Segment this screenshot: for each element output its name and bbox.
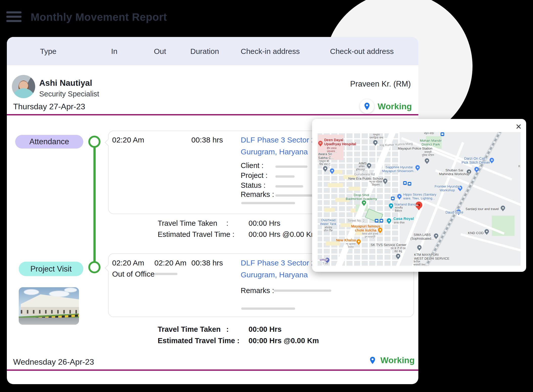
map-label: केटीएम मायापुरी वेस्ट... [414, 260, 428, 266]
map-label: Gurudwara Rd [354, 173, 375, 176]
map-label: ...ी पम्प [319, 262, 328, 265]
value-placeholder [275, 175, 295, 178]
close-icon[interactable]: ✕ [514, 121, 524, 132]
value-placeholder [274, 290, 331, 292]
travel-time-taken-label: Travel Time Taken [158, 325, 221, 334]
travel-time-colon: : [226, 219, 228, 228]
remarks-label: Remarks : [241, 286, 274, 295]
hamburger-menu-icon[interactable] [6, 11, 22, 25]
working-status-text: Working [378, 101, 412, 111]
attendance-duration: 00:38 hrs [191, 136, 223, 144]
site-photo-thumbnail[interactable] [19, 287, 79, 325]
column-header-type: Type [40, 47, 56, 56]
employee-name: Ashi Nautiyal [39, 78, 92, 88]
map-label: Deen Dayal Upadhyay Hospital [324, 138, 356, 146]
map-label: न्यू खालसा रेस्तरां [346, 243, 356, 249]
working-status-badge[interactable]: Working [360, 99, 412, 113]
map-canvas[interactable]: HP Deen Dayal Upadhyay Hospitalदीन दयाल … [318, 132, 521, 266]
map-label: KND COD [468, 231, 484, 235]
map-label: SK TVS Service Center [371, 243, 406, 247]
timeline-line [93, 142, 96, 267]
employee-avatar [12, 75, 35, 98]
attendance-address-link[interactable]: DLF Phase 3 Sector 24, [241, 136, 322, 144]
map-label: Sardarji tour and travel [465, 207, 499, 211]
map-popup: ✕ HP Deen Dayal Upadhyay Hospit [312, 119, 526, 272]
estimated-travel-time-value: 00:00 Hrs @0.00 Km [249, 230, 317, 239]
map-label: Kir [518, 164, 521, 168]
timeline-node [88, 136, 100, 148]
location-pin-icon [368, 356, 377, 365]
map-label: KTM MAYAPURI WEST DELHI SERVICE [414, 253, 449, 260]
map-label: ump [320, 258, 326, 262]
timeline-node [88, 261, 100, 273]
map-label: ओवरहेड वॉटर टैंक [324, 226, 333, 232]
reporting-manager: Praveen Kr. (RM) [350, 79, 411, 89]
estimated-travel-time-label: Estimated Travel Time : [158, 230, 234, 239]
value-placeholder [241, 202, 295, 204]
day-date: Wednesday 26-Apr-23 [13, 357, 94, 367]
day-divider [7, 114, 418, 115]
map-label: कासा रॉयल [394, 221, 404, 224]
map-label: Sapphire Hyundai Mayapuri Showroom... [382, 165, 416, 173]
attendance-address-link[interactable]: Gurugram, Haryana [241, 148, 308, 156]
page-title: Monthly Movement Report [31, 11, 167, 23]
map-label: न्यू एरा पब्लिक विद्यालय [369, 180, 382, 187]
map-label: Casa Royal [393, 217, 414, 221]
map-label: मायापुरी पुलिस स्टेशन [422, 151, 434, 157]
value-placeholder [275, 185, 303, 188]
map-label: Drop Shot Badminton Academy [346, 193, 377, 201]
status-label: Status : [241, 181, 265, 190]
map-label: एस के टी वी एस सेवा केंद्र [391, 247, 406, 253]
map-label: Starland Banq... [394, 202, 419, 206]
value-placeholder [241, 307, 295, 310]
map-label: Shuban Sai Mahindra Workshop [439, 168, 470, 176]
map-label: Darzi On Call - Pick Stitch Deliver [462, 157, 490, 165]
map-label: New Khalsa [336, 238, 356, 242]
map-label: New Era Public School [348, 177, 383, 180]
estimated-travel-time-label: Estimated Travel Time : [158, 337, 239, 345]
map-label: Frontier Hyundai Workshop [435, 184, 460, 192]
value-placeholder [155, 273, 177, 275]
map-label: फेमस छोले कुलचे इन मायापुरी [362, 233, 378, 239]
visit-address-link[interactable]: DLF Phase 3 Sector 24, [241, 259, 322, 267]
type-badge-attendance: Attendance [15, 135, 83, 149]
out-of-office-status: Out of Office [112, 270, 155, 278]
map-label: Hippo Stores (Sanitary ware, Tiles, Ligh… [403, 193, 436, 200]
travel-time-taken-value: 00:00 Hrs [249, 325, 282, 334]
visit-duration: 00:38 hrs [191, 259, 223, 267]
visit-address-link[interactable]: Gurugram, Haryana [241, 271, 308, 279]
card-notch [105, 264, 112, 272]
map-label: मोहन मंदिर [424, 132, 434, 135]
column-header-in: In [111, 47, 117, 56]
day-divider [7, 369, 418, 371]
visit-checkout-time: 02:20 Am [154, 259, 187, 267]
type-badge-project-visit: Project Visit [19, 262, 83, 276]
travel-time-colon: : [226, 325, 229, 334]
map-label: SIMA LABS (Sophisticated... [410, 233, 434, 240]
client-label: Client : [241, 161, 263, 170]
map-label: Mohan Mandir District Park [420, 139, 442, 147]
day-date: Thursday 27-Apr-23 [13, 102, 85, 111]
card-notch [105, 139, 112, 146]
map-label: स्टारलैंड बैंक्वेट्स [395, 207, 403, 213]
map-label: Mayapuri Police Station [398, 147, 433, 151]
map-label: गुरुद्वारा रामगढ़िया सभा [370, 133, 383, 139]
visit-checkin-time: 02:20 Am [112, 259, 144, 267]
location-pin-chip [360, 99, 374, 113]
project-label: Project : [241, 171, 268, 180]
map-label: Daud Store [445, 211, 463, 215]
location-pin-icon [363, 102, 371, 111]
table-header: Type In Out Duration Check-in address Ch… [7, 37, 418, 65]
estimated-travel-time-value: 00:00 Hrs @0.00 Km [249, 337, 319, 345]
map-label: dwara Sri Sabha C... [318, 152, 334, 160]
attendance-checkin-time: 02:20 Am [112, 136, 144, 144]
map-label: Overhead Water Tank [320, 218, 336, 226]
column-header-duration: Duration [190, 47, 219, 56]
working-status-badge[interactable]: Working [368, 355, 415, 365]
value-placeholder [275, 194, 314, 197]
travel-time-taken-value: 00:00 Hrs [249, 219, 280, 228]
map-labels-layer: Deen Dayal Upadhyay Hospitalदीन दयाल उपा… [318, 132, 521, 266]
column-header-checkin-address: Check-in address [241, 47, 300, 56]
map-label: कोचिंग इंस्टिट्यूट... [356, 165, 367, 171]
travel-time-taken-label: Travel Time Taken [158, 219, 217, 228]
